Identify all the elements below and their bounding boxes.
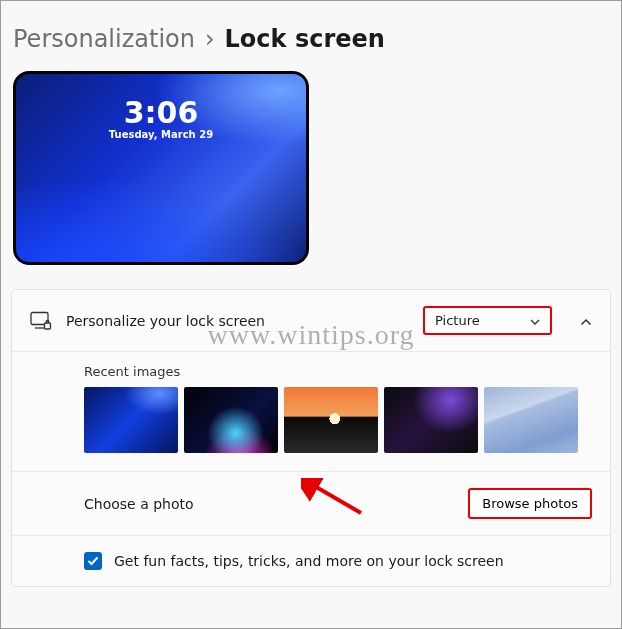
background-type-dropdown[interactable]: Picture bbox=[423, 306, 552, 335]
dropdown-value: Picture bbox=[435, 313, 480, 328]
breadcrumb-current: Lock screen bbox=[225, 25, 385, 53]
personalize-label: Personalize your lock screen bbox=[66, 313, 409, 329]
recent-image-thumb[interactable] bbox=[484, 387, 578, 453]
recent-images-list bbox=[84, 387, 592, 453]
recent-image-thumb[interactable] bbox=[384, 387, 478, 453]
breadcrumb: Personalization › Lock screen bbox=[13, 25, 615, 53]
monitor-lock-icon bbox=[30, 311, 52, 331]
preview-time: 3:06 bbox=[13, 95, 309, 130]
recent-images-title: Recent images bbox=[84, 364, 592, 379]
personalize-row: Personalize your lock screen Picture bbox=[12, 290, 610, 352]
chevron-right-icon: › bbox=[205, 25, 215, 53]
choose-photo-label: Choose a photo bbox=[84, 496, 468, 512]
fun-facts-label: Get fun facts, tips, tricks, and more on… bbox=[114, 553, 504, 569]
recent-image-thumb[interactable] bbox=[184, 387, 278, 453]
lockscreen-preview: 3:06 Tuesday, March 29 bbox=[13, 71, 309, 265]
choose-photo-row: Choose a photo Browse photos bbox=[12, 471, 610, 535]
lockscreen-settings-card: Personalize your lock screen Picture Rec… bbox=[11, 289, 611, 587]
settings-page: Personalization › Lock screen 3:06 Tuesd… bbox=[0, 0, 622, 629]
breadcrumb-parent[interactable]: Personalization bbox=[13, 25, 195, 53]
recent-image-thumb[interactable] bbox=[284, 387, 378, 453]
fun-facts-checkbox[interactable] bbox=[84, 552, 102, 570]
recent-image-thumb[interactable] bbox=[84, 387, 178, 453]
svg-rect-2 bbox=[45, 323, 51, 329]
browse-photos-button[interactable]: Browse photos bbox=[468, 488, 592, 519]
chevron-down-icon bbox=[530, 313, 540, 328]
recent-images-section: Recent images bbox=[12, 364, 610, 471]
fun-facts-row: Get fun facts, tips, tricks, and more on… bbox=[12, 535, 610, 586]
preview-date: Tuesday, March 29 bbox=[13, 129, 309, 140]
collapse-section-button[interactable] bbox=[580, 311, 592, 330]
